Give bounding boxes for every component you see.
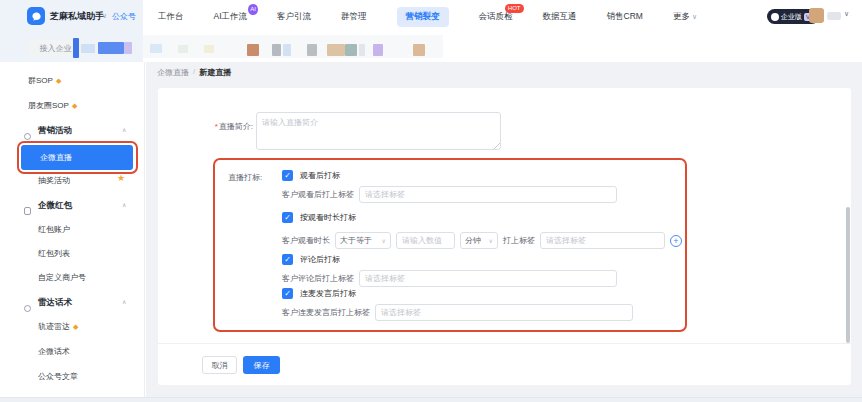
rule-watch-duration-detail: 客户观看时长 大于等于∨ 分钟∨ 打上标签 +: [282, 232, 682, 249]
breadcrumb-current: 新建直播: [199, 67, 231, 78]
marketing-activity-icon: [24, 126, 31, 144]
color-block: [150, 44, 162, 53]
comment-after-tag-select[interactable]: [359, 270, 617, 287]
sidebar-item-track-radar[interactable]: 轨迹雷达◆: [38, 321, 78, 333]
color-block: [98, 42, 124, 54]
rule-watch-duration: ✓ 按观看时长打标: [282, 212, 356, 223]
checkbox-checked-icon[interactable]: ✓: [282, 254, 293, 265]
checkbox-checked-icon[interactable]: ✓: [282, 212, 293, 223]
hot-badge-icon: HOT: [505, 4, 524, 13]
sidebar-section-marketing[interactable]: 营销活动: [38, 124, 72, 136]
chevron-down-icon[interactable]: ∨: [102, 10, 107, 22]
duration-number-input[interactable]: [396, 232, 455, 249]
resize-handle-icon[interactable]: [494, 143, 500, 149]
color-block: [307, 44, 317, 56]
rule-mic-speak-after: ✓ 连麦发言后打标: [282, 288, 356, 299]
save-button[interactable]: 保存: [243, 356, 280, 374]
product-tag-gongzhonghao[interactable]: 公众号: [112, 10, 136, 23]
sidebar-item-group-sop[interactable]: 群SOP◆: [28, 75, 61, 87]
live-intro-textarea[interactable]: [256, 112, 501, 150]
redacted-username: [827, 12, 841, 20]
secondary-strip-background: [143, 35, 443, 58]
mic-speak-tag-select[interactable]: [375, 304, 633, 321]
color-block: [124, 42, 132, 54]
nav-data-interchange[interactable]: 数据互通: [543, 11, 577, 23]
gem-icon: ◆: [73, 323, 78, 330]
star-icon: ★: [117, 173, 125, 183]
sidebar: [0, 62, 145, 397]
chevron-up-icon[interactable]: ∧: [122, 126, 126, 133]
color-block: [373, 44, 383, 56]
rule-comment-after: ✓ 评论后打标: [282, 254, 340, 265]
app-window: 芝麻私域助手 ∨ 公众号 工作台 AI工作流 AI 客户引流 群管理 营销裂变 …: [0, 0, 862, 402]
app-logo: [27, 7, 45, 25]
nav-session-qc[interactable]: 会话质检 HOT: [479, 11, 513, 23]
nav-marketing-fission-active[interactable]: 营销裂变: [397, 7, 449, 27]
nav-workbench[interactable]: 工作台: [158, 11, 184, 23]
checkbox-checked-icon[interactable]: ✓: [282, 288, 293, 299]
color-block: [178, 45, 188, 53]
color-block: [247, 44, 259, 56]
sidebar-item-custom-merchant[interactable]: 自定义商户号: [38, 272, 86, 284]
breadcrumb: 企微直播 / 新建直播: [157, 67, 231, 78]
radar-icon: [24, 298, 31, 316]
color-block: [73, 38, 79, 58]
gem-icon: ◆: [72, 102, 77, 109]
watch-after-tag-select[interactable]: [359, 186, 617, 203]
chevron-up-icon[interactable]: ∧: [122, 298, 126, 305]
nav-sales-crm[interactable]: 销售CRM: [607, 11, 643, 23]
main-nav: 工作台 AI工作流 AI 客户引流 群管理 营销裂变 会话质检 HOT 数据互通…: [158, 0, 697, 33]
page-bottom-strip: [0, 397, 862, 402]
rule-comment-after-detail: 客户评论后打上标签: [282, 270, 617, 287]
chevron-down-icon[interactable]: ∨: [844, 10, 849, 18]
product-name[interactable]: 芝麻私域助手: [50, 9, 104, 23]
chevron-down-icon: ∨: [489, 237, 493, 244]
sidebar-item-lottery[interactable]: 抽奖活动: [38, 175, 70, 187]
avatar[interactable]: [809, 8, 824, 23]
color-block: [283, 44, 291, 56]
nav-more[interactable]: 更多∨: [673, 11, 697, 23]
sidebar-item-wecom-script[interactable]: 企微话术: [38, 346, 70, 358]
duration-tag-select[interactable]: [540, 232, 665, 249]
color-block: [272, 44, 281, 56]
footer-divider: [158, 343, 851, 344]
scrollbar-thumb[interactable]: [846, 207, 850, 343]
rule-mic-speak-after-detail: 客户连麦发言后打上标签: [282, 304, 633, 321]
color-block: [359, 44, 365, 56]
chevron-up-icon[interactable]: ∧: [122, 201, 126, 208]
cancel-button[interactable]: 取消: [202, 356, 237, 374]
rule-watch-after-detail: 客户观看后打上标签: [282, 186, 617, 203]
sidebar-section-radar-script[interactable]: 雷达话术: [38, 296, 72, 308]
checkbox-checked-icon[interactable]: ✓: [282, 170, 293, 181]
chevron-down-icon: ∨: [692, 13, 697, 20]
operator-select[interactable]: 大于等于∨: [335, 232, 391, 249]
color-block: [81, 44, 95, 53]
color-block: [204, 45, 214, 53]
live-intro-label: *直播简介:: [192, 121, 253, 132]
ai-badge-icon: AI: [248, 4, 258, 15]
mic-speak-sub-label: 客户连麦发言后打上标签: [282, 307, 370, 318]
gem-icon: ◆: [56, 77, 61, 84]
sidebar-section-red-packet[interactable]: 企微红包: [38, 199, 72, 211]
sidebar-item-official-article[interactable]: 公众号文章: [38, 371, 78, 383]
add-condition-icon[interactable]: +: [670, 235, 682, 247]
watch-duration-sub-label: 客户观看时长: [282, 235, 330, 246]
color-block: [345, 44, 357, 56]
sidebar-item-moments-sop[interactable]: 朋友圈SOP◆: [28, 100, 77, 112]
color-block: [327, 44, 345, 56]
live-tagging-label: 直播打标:: [228, 172, 262, 183]
nav-ai-workflow[interactable]: AI工作流 AI: [214, 11, 248, 23]
breadcrumb-parent[interactable]: 企微直播: [157, 67, 189, 78]
unit-select[interactable]: 分钟∨: [460, 232, 498, 249]
sidebar-item-wecom-live-active[interactable]: 企微直播: [21, 145, 133, 170]
required-asterisk: *: [215, 122, 218, 131]
chat-bubble-icon: [31, 11, 42, 22]
plan-logo-icon: [771, 13, 779, 21]
sidebar-item-redpacket-account[interactable]: 红包账户: [38, 224, 70, 236]
red-packet-icon: [24, 201, 31, 219]
nav-group-management[interactable]: 群管理: [341, 11, 367, 23]
sidebar-item-redpacket-list[interactable]: 红包列表: [38, 248, 70, 260]
breadcrumb-separator: /: [193, 67, 195, 78]
nav-customer-acquisition[interactable]: 客户引流: [277, 11, 311, 23]
color-block: [413, 44, 425, 56]
